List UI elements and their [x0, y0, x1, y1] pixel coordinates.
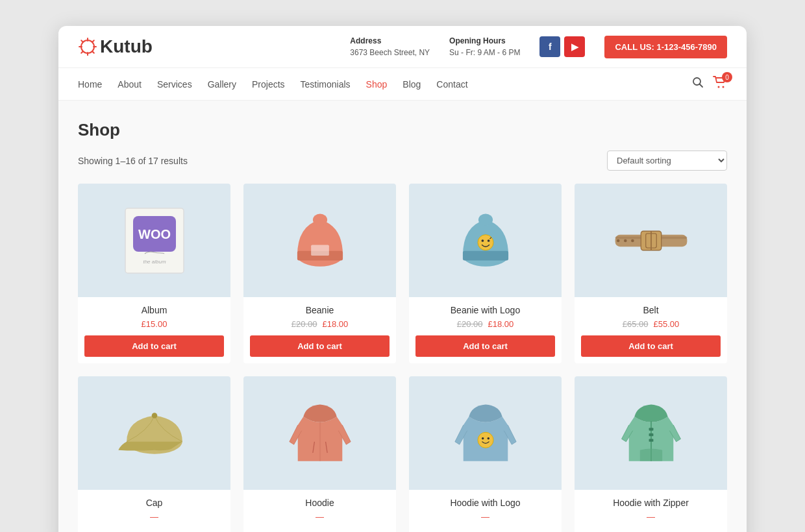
logo: Kutub — [78, 36, 153, 57]
product-info-hoodie: Hoodie — — [243, 490, 396, 532]
sidebar-item-about[interactable]: About — [118, 79, 142, 90]
facebook-icon[interactable]: f — [539, 36, 560, 57]
product-card-hoodie: Hoodie — — [243, 376, 396, 532]
sidebar-item-blog[interactable]: Blog — [402, 79, 421, 90]
product-grid: WOO the album Album £15.00 Add to cart — [78, 184, 727, 532]
hours-label: Opening Hours — [449, 35, 520, 47]
product-card-hoodie-zipper: Hoodie with Zipper — — [575, 376, 727, 532]
nav-right: 0 — [692, 76, 727, 92]
product-name-hoodie-logo: Hoodie with Logo — [415, 498, 555, 508]
hours-value: Su - Fr: 9 AM - 6 PM — [449, 47, 520, 58]
cart-badge: 0 — [722, 72, 732, 82]
product-image-cap — [78, 376, 230, 490]
price-hoodie: — — [316, 512, 324, 522]
address-block: Address 3673 Beech Street, NY — [350, 35, 430, 58]
add-to-cart-album[interactable]: Add to cart — [84, 335, 224, 357]
price-old-belt: £65.00 — [623, 319, 649, 329]
sidebar-item-contact[interactable]: Contact — [436, 79, 467, 90]
header-top: Kutub Address 3673 Beech Street, NY Open… — [58, 26, 747, 68]
price-cap: — — [150, 512, 158, 522]
price-area-album: £15.00 — [84, 319, 224, 329]
svg-point-40 — [478, 432, 493, 448]
product-image-hoodie-zipper — [575, 376, 727, 490]
sidebar-item-home[interactable]: Home — [78, 79, 102, 90]
add-to-cart-beanie-logo[interactable]: Add to cart — [415, 335, 555, 357]
product-info-beanie-logo: Beanie with Logo £20.00 £18.00 Add to ca… — [409, 297, 562, 363]
product-name-cap: Cap — [84, 498, 224, 508]
social-icons: f ▶ — [539, 36, 585, 57]
price-area-beanie: £20.00 £18.00 — [250, 319, 390, 329]
product-card-beanie-logo: Beanie with Logo £20.00 £18.00 Add to ca… — [409, 184, 562, 363]
hours-block: Opening Hours Su - Fr: 9 AM - 6 PM — [449, 35, 520, 58]
product-image-beanie — [243, 184, 396, 297]
svg-point-36 — [151, 413, 157, 418]
product-card-album: WOO the album Album £15.00 Add to cart — [78, 184, 230, 363]
svg-rect-45 — [649, 433, 653, 436]
product-name-beanie-logo: Beanie with Logo — [415, 305, 555, 315]
logo-text: Kutub — [100, 36, 153, 57]
product-card-belt: Belt £65.00 £55.00 Add to cart — [575, 184, 727, 363]
svg-rect-22 — [462, 250, 508, 260]
svg-point-41 — [482, 437, 484, 439]
product-image-hoodie — [243, 376, 396, 490]
product-info-belt: Belt £65.00 £55.00 Add to cart — [575, 297, 727, 363]
header-info: Address 3673 Beech Street, NY Opening Ho… — [350, 35, 727, 58]
sidebar-item-shop[interactable]: Shop — [366, 79, 388, 90]
product-image-album: WOO the album — [78, 184, 230, 297]
product-info-cap: Cap — — [78, 490, 230, 532]
svg-text:WOO: WOO — [138, 227, 171, 241]
add-to-cart-beanie[interactable]: Add to cart — [250, 335, 390, 357]
product-name-beanie: Beanie — [250, 305, 390, 315]
price-area-hoodie-zipper: — — [581, 512, 721, 522]
svg-line-8 — [81, 51, 83, 53]
price-current-beanie: £18.00 — [323, 319, 349, 329]
product-name-album: Album — [84, 305, 224, 315]
youtube-icon[interactable]: ▶ — [564, 36, 585, 57]
price-old-beanie: £20.00 — [291, 319, 317, 329]
add-to-cart-belt[interactable]: Add to cart — [581, 335, 721, 357]
cart-icon[interactable]: 0 — [713, 76, 727, 92]
logo-icon — [78, 37, 97, 56]
nav-links: Home About Services Gallery Projects Tes… — [78, 79, 692, 90]
product-name-hoodie: Hoodie — [250, 498, 390, 508]
price-area-hoodie: — — [250, 512, 390, 522]
svg-point-33 — [631, 239, 634, 242]
page-title: Shop — [78, 120, 727, 140]
price-area-hoodie-logo: — — [415, 512, 555, 522]
sidebar-item-services[interactable]: Services — [157, 79, 192, 90]
svg-line-10 — [700, 84, 703, 88]
sidebar-item-testimonials[interactable]: Testimonials — [301, 79, 351, 90]
svg-rect-44 — [649, 428, 653, 430]
logo-area: Kutub — [78, 36, 350, 57]
call-button[interactable]: CALL US: 1-123-456-7890 — [604, 36, 727, 58]
svg-rect-46 — [649, 439, 653, 441]
search-icon[interactable] — [692, 77, 704, 91]
price-current-beanie-logo: £18.00 — [488, 319, 514, 329]
svg-point-12 — [723, 86, 724, 88]
sidebar-item-projects[interactable]: Projects — [252, 79, 285, 90]
product-info-hoodie-zipper: Hoodie with Zipper — — [575, 490, 727, 532]
shop-toolbar: Showing 1–16 of 17 results Default sorti… — [78, 151, 727, 171]
product-name-belt: Belt — [581, 305, 721, 315]
address-value: 3673 Beech Street, NY — [350, 47, 430, 58]
address-label: Address — [350, 35, 430, 47]
price-area-cap: — — [84, 512, 224, 522]
price-area-belt: £65.00 £55.00 — [581, 319, 721, 329]
product-card-beanie: Beanie £20.00 £18.00 Add to cart — [243, 184, 396, 363]
svg-line-5 — [81, 40, 83, 42]
product-info-beanie: Beanie £20.00 £18.00 Add to cart — [243, 297, 396, 363]
svg-point-24 — [478, 234, 493, 250]
price-current-belt: £55.00 — [654, 319, 680, 329]
product-card-hoodie-logo: Hoodie with Logo — — [409, 376, 562, 532]
price-old-beanie-logo: £20.00 — [457, 319, 483, 329]
product-name-hoodie-zipper: Hoodie with Zipper — [581, 498, 721, 508]
sort-select[interactable]: Default sorting Sort by popularity Sort … — [607, 151, 727, 171]
main-content: Shop Showing 1–16 of 17 results Default … — [58, 101, 747, 532]
results-text: Showing 1–16 of 17 results — [78, 156, 188, 166]
svg-point-25 — [481, 239, 484, 242]
svg-point-20 — [312, 213, 327, 225]
product-info-hoodie-logo: Hoodie with Logo — — [409, 490, 562, 532]
svg-point-34 — [616, 239, 619, 242]
nav-bar: Home About Services Gallery Projects Tes… — [58, 68, 747, 101]
sidebar-item-gallery[interactable]: Gallery — [208, 79, 236, 90]
